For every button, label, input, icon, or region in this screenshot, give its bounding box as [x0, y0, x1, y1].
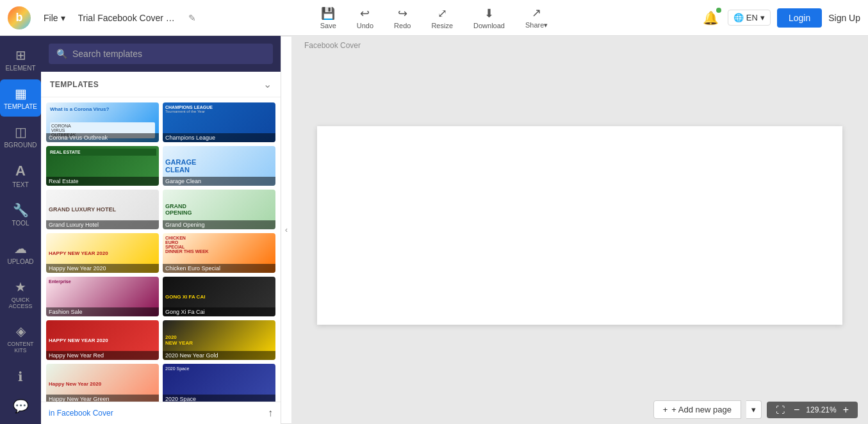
redo-button[interactable]: ↪ Redo: [385, 4, 420, 32]
panel-header: TEMPLATES ⌄: [41, 72, 281, 97]
sidebar-item-text[interactable]: A TEXT: [0, 156, 41, 195]
list-item[interactable]: HAPPY NEW YEAR 2020 Happy New Year Red: [46, 320, 159, 360]
search-box[interactable]: 🔍: [49, 44, 273, 64]
sidebar-item-chat[interactable]: 💬: [0, 392, 41, 420]
list-item[interactable]: GRANDOPENING Grand Opening: [163, 190, 275, 229]
list-item[interactable]: Happy New Year 2020 Happy New Year Green: [46, 364, 159, 402]
file-menu[interactable]: File ▾: [38, 10, 70, 26]
panel-footer: in Facebook Cover ↑: [41, 402, 281, 424]
add-new-page-button[interactable]: + + Add new page: [653, 400, 741, 419]
list-item[interactable]: CHICKENEUROSPECIALDINNER THIS WEEK Chick…: [163, 233, 275, 273]
sidebar-item-element[interactable]: ⊞ ELEMENT: [0, 41, 41, 78]
chevron-down-icon: ▾: [760, 13, 765, 22]
fullscreen-button[interactable]: ⛶: [773, 405, 787, 415]
zoom-controls: ⛶ − 129.21% +: [767, 402, 858, 418]
list-item[interactable]: Enterprise Fashion Sale: [46, 277, 159, 316]
sidebar-item-quick-access[interactable]: ★ QUICK ACCESS: [0, 273, 41, 316]
share-icon: ↗: [532, 6, 541, 20]
template-label: 2020 New Year Gold: [163, 351, 275, 360]
element-icon: ⊞: [15, 47, 26, 63]
template-label: Garage Clean: [163, 177, 275, 186]
center-toolbar: 💾 Save ↩ Undo ↪ Redo ⤢ Resize ⬇ Download…: [311, 3, 557, 32]
scroll-up-button[interactable]: ↑: [268, 407, 273, 419]
download-icon: ⬇: [484, 6, 494, 20]
zoom-level: 129.21%: [806, 405, 836, 414]
zoom-in-button[interactable]: +: [840, 404, 851, 416]
notification-badge: [716, 8, 721, 13]
plus-icon: +: [663, 405, 668, 414]
templates-panel: 🔍 TEMPLATES ⌄ What is a Corona Virus? CO…: [41, 36, 281, 424]
list-item[interactable]: 2020 Space 2020 Space: [163, 364, 275, 402]
edit-icon[interactable]: ✎: [188, 13, 196, 23]
resize-button[interactable]: ⤢ Resize: [422, 4, 462, 32]
tool-icon: 🔧: [13, 202, 29, 218]
panel-toggle[interactable]: ‹: [281, 36, 291, 424]
globe-icon: 🌐: [733, 13, 744, 22]
redo-icon: ↪: [398, 6, 407, 20]
download-button[interactable]: ⬇ Download: [464, 4, 514, 32]
sidebar-item-bground[interactable]: ◫ BGROUND: [0, 118, 41, 155]
undo-button[interactable]: ↩ Undo: [348, 4, 382, 32]
templates-section-label: TEMPLATES: [50, 80, 99, 89]
content-kits-icon: ◈: [16, 323, 26, 339]
sidebar-item-upload[interactable]: ☁ UPLOAD: [0, 234, 41, 272]
template-label: Real Estate: [46, 177, 159, 186]
canvas-label: Facebook Cover: [304, 36, 361, 55]
bground-icon: ◫: [15, 124, 27, 140]
template-label: Happy New Year Red: [46, 351, 159, 360]
panel-search-area: 🔍: [41, 36, 281, 72]
template-label: Gong Xi Fa Cai: [163, 307, 275, 316]
template-label: Grand Opening: [163, 220, 275, 229]
resize-icon: ⤢: [438, 6, 447, 20]
template-label: Grand Luxury Hotel: [46, 220, 159, 229]
canvas-workspace[interactable]: [291, 55, 868, 395]
collapse-button[interactable]: ⌄: [263, 78, 272, 90]
list-item[interactable]: REAL ESTATE Real Estate: [46, 146, 159, 186]
sidebar-item-template[interactable]: ▦ TEMPLATE: [0, 79, 41, 117]
search-input[interactable]: [72, 49, 265, 59]
document-title[interactable]: Trial Facebook Cover De...: [78, 13, 181, 23]
chevron-down-icon: ▾: [61, 13, 65, 23]
app-logo[interactable]: b: [8, 6, 31, 29]
header: b File ▾ Trial Facebook Cover De... ✎ 💾 …: [0, 0, 868, 36]
share-button[interactable]: ↗ Share▾: [516, 3, 557, 32]
list-item[interactable]: HAPPY NEW YEAR 2020 Happy New Year 2020: [46, 233, 159, 273]
template-label: Corona Virus Outbreak: [46, 133, 159, 142]
sidebar-item-tool[interactable]: 🔧 TOOL: [0, 196, 41, 233]
canvas-bottom-bar: + + Add new page ▾ ⛶ − 129.21% +: [291, 395, 868, 424]
upload-icon: ☁: [14, 241, 27, 256]
save-icon: 💾: [321, 6, 335, 20]
main-layout: ⊞ ELEMENT ▦ TEMPLATE ◫ BGROUND A TEXT 🔧 …: [0, 36, 868, 424]
template-label: Champions League: [163, 133, 275, 142]
list-item[interactable]: What is a Corona Virus? CORONAVIRUSOUTBR…: [46, 102, 159, 142]
template-icon: ▦: [15, 86, 27, 101]
template-label: Chicken Euro Special: [163, 264, 275, 273]
add-page-dropdown-button[interactable]: ▾: [746, 400, 762, 419]
signup-button[interactable]: Sign Up: [828, 13, 860, 23]
template-label: Happy New Year 2020: [46, 264, 159, 273]
template-label: 2020 Space: [163, 395, 275, 402]
canvas-white[interactable]: [317, 126, 842, 325]
template-label: Happy New Year Green: [46, 395, 159, 402]
sidebar-item-content-kits[interactable]: ◈ CONTENT KITS: [0, 317, 41, 360]
list-item[interactable]: 2020NEW YEAR 2020 New Year Gold: [163, 320, 275, 360]
canvas-area: Facebook Cover + + Add new page ▾ ⛶ − 12…: [291, 36, 868, 424]
language-selector[interactable]: 🌐 EN ▾: [728, 10, 771, 26]
zoom-out-button[interactable]: −: [791, 404, 802, 416]
list-item[interactable]: GARAGECLEAN Garage Clean: [163, 146, 275, 186]
text-icon: A: [15, 163, 26, 179]
save-button[interactable]: 💾 Save: [311, 4, 345, 32]
list-item[interactable]: GONG XI FA CAI Gong Xi Fa Cai: [163, 277, 275, 316]
list-item[interactable]: CHAMPIONS LEAGUE Tournament of the Year …: [163, 102, 275, 142]
template-label: Fashion Sale: [46, 307, 159, 316]
sidebar-item-info[interactable]: ℹ: [0, 363, 41, 391]
category-link[interactable]: in Facebook Cover: [49, 409, 113, 418]
login-button[interactable]: Login: [777, 8, 822, 28]
chevron-left-icon: ‹: [285, 225, 288, 234]
info-icon: ℹ: [18, 369, 23, 384]
notification-bell[interactable]: 🔔: [700, 8, 721, 28]
templates-grid: What is a Corona Virus? CORONAVIRUSOUTBR…: [41, 97, 281, 402]
header-right: 🔔 🌐 EN ▾ Login Sign Up: [700, 8, 860, 28]
quick-access-icon: ★: [15, 279, 26, 295]
list-item[interactable]: GRAND LUXURY HOTEL Grand Luxury Hotel: [46, 190, 159, 229]
